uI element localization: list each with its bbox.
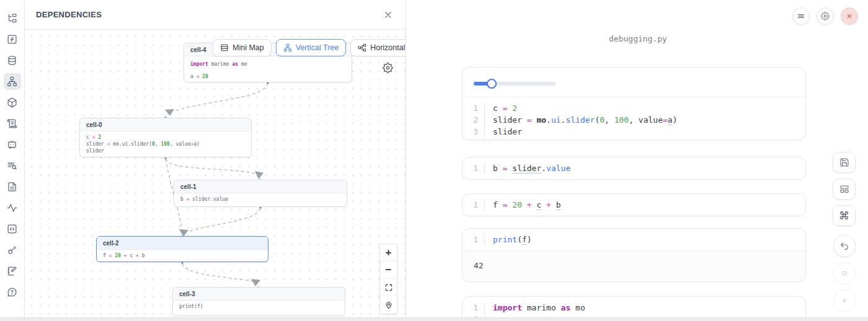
horizontal-tree-icon: [358, 43, 366, 52]
database-icon: [7, 55, 17, 66]
rail-item-package[interactable]: [4, 94, 21, 111]
graph-view-toggle: Mini Map Vertical Tree Horizontal Tree: [213, 39, 405, 56]
line-number: 1: [463, 234, 485, 245]
vertical-tree-button[interactable]: Vertical Tree: [276, 39, 346, 56]
gear-icon: [821, 12, 830, 20]
text-search-icon: [7, 160, 17, 171]
function-square-icon: [7, 34, 17, 45]
slider-handle[interactable]: [487, 79, 497, 89]
graph-node-code: import marimo as moa = 20: [184, 56, 352, 82]
dependency-graph-icon: [7, 76, 17, 87]
graph-node-title: cell-3: [173, 288, 345, 301]
graph-node-title: cell-2: [97, 237, 268, 250]
rail-item-key[interactable]: [4, 242, 21, 258]
close-panel-button[interactable]: [382, 9, 394, 21]
help-circle-icon: [7, 287, 17, 297]
side-actions: ⌘: [833, 152, 856, 317]
run-button[interactable]: [833, 289, 856, 312]
file-tree-icon: [7, 13, 17, 24]
topbar-actions: [792, 7, 858, 25]
graph-node-cell-1[interactable]: cell-1b = slider.value: [174, 180, 347, 207]
code-line: 1print(f): [463, 234, 805, 245]
code-editor[interactable]: 1c = 22slider = mo.ui.slider(0, 100, val…: [463, 97, 805, 140]
view-button-label: Vertical Tree: [296, 43, 339, 52]
save-icon: [839, 157, 849, 167]
bottom-strip: [0, 317, 868, 321]
graph-node-code: print(f): [173, 301, 345, 312]
layout-icon: [839, 184, 849, 194]
menu-icon: [797, 12, 805, 20]
dependencies-header: DEPENDENCIES: [25, 0, 405, 30]
activity-icon: [7, 203, 17, 213]
chat-bot-icon: [7, 139, 17, 150]
rail-item-document[interactable]: [4, 178, 21, 195]
code-editor[interactable]: 1b = slider.value: [463, 157, 805, 179]
graph-zoom-controls: + −: [379, 244, 397, 314]
line-number: 2: [463, 114, 485, 126]
stop-button[interactable]: [833, 262, 856, 284]
save-button[interactable]: [833, 152, 856, 173]
code-editor[interactable]: 1f = 20 + c + b: [463, 194, 805, 216]
graph-node-title: cell-0: [80, 118, 251, 131]
rail-item-file-tree[interactable]: [4, 10, 21, 27]
horizontal-tree-button[interactable]: Horizontal Tree: [350, 39, 405, 56]
close-icon: [845, 12, 854, 20]
notebook-cell[interactable]: 1b = slider.value: [462, 157, 806, 180]
fit-view-button[interactable]: [380, 279, 397, 296]
notebook-cell[interactable]: 1f = 20 + c + b: [462, 193, 806, 216]
notebook-pen-icon: [7, 266, 17, 276]
slider-widget[interactable]: [463, 68, 805, 97]
graph-settings-button[interactable]: [382, 63, 393, 74]
rail-item-dependency-graph[interactable]: [4, 73, 21, 90]
undo-icon: [839, 241, 849, 251]
zoom-out-button[interactable]: −: [380, 262, 397, 279]
code-line: 3slider: [463, 126, 805, 138]
layout-button[interactable]: [833, 178, 856, 200]
code-line: 1c = 2: [463, 102, 805, 114]
key-icon: [7, 245, 17, 255]
minus-icon: −: [386, 265, 392, 275]
package-icon: [7, 97, 17, 108]
zoom-in-button[interactable]: +: [380, 244, 397, 262]
graph-node-title: cell-1: [174, 180, 347, 193]
vertical-tree-icon: [283, 43, 292, 52]
keyboard-shortcuts-button[interactable]: ⌘: [833, 205, 856, 226]
dependencies-title: DEPENDENCIES: [36, 10, 102, 19]
rail-item-notebook-pen[interactable]: [4, 263, 21, 279]
left-icon-rail: [0, 0, 25, 321]
rail-item-code-square[interactable]: [4, 221, 21, 237]
rail-item-activity[interactable]: [4, 200, 21, 216]
code-line: 1import marimo as mo: [463, 302, 805, 314]
view-button-label: Mini Map: [232, 43, 264, 52]
rail-item-chat-bot[interactable]: [4, 136, 21, 153]
notebook-cell[interactable]: 1print(f)42: [462, 228, 806, 282]
graph-node-cell-0[interactable]: cell-0c = 2slider = mo.ui.slider(0, 100,…: [79, 118, 252, 157]
close-icon: [384, 11, 392, 19]
locate-node-button[interactable]: [380, 296, 397, 314]
stop-icon: [839, 268, 849, 278]
code-line: 1f = 20 + c + b: [463, 199, 805, 211]
menu-button[interactable]: [792, 7, 810, 25]
shutdown-button[interactable]: [841, 7, 858, 25]
marimo-app: DEPENDENCIES: [0, 0, 868, 321]
graph-node-cell-3[interactable]: cell-3print(f): [172, 287, 345, 316]
mini-map-button[interactable]: Mini Map: [213, 39, 272, 56]
graph-node-code: c = 2slider = mo.ui.slider(0, 100, value…: [80, 131, 251, 157]
graph-node-code: f = 20 + c + b: [97, 250, 268, 262]
undo-button[interactable]: [833, 235, 856, 257]
code-editor[interactable]: 1print(f): [463, 229, 805, 250]
rail-item-function-square[interactable]: [4, 31, 21, 48]
line-number: 1: [463, 102, 485, 114]
plus-icon: +: [386, 247, 392, 258]
dependency-graph-canvas[interactable]: Mini Map Vertical Tree Horizontal Tree +…: [25, 30, 405, 317]
notebook-filename: debugging.py: [406, 34, 868, 43]
rail-item-help-circle[interactable]: [4, 284, 21, 301]
rail-item-database[interactable]: [4, 52, 21, 69]
graph-node-cell-2[interactable]: cell-2f = 20 + c + b: [96, 236, 268, 262]
rail-item-text-search[interactable]: [4, 157, 21, 174]
settings-button[interactable]: [817, 7, 834, 25]
notebook-cell[interactable]: 1c = 22slider = mo.ui.slider(0, 100, val…: [462, 67, 806, 140]
rail-item-scroll-text[interactable]: [4, 115, 21, 132]
document-icon: [7, 182, 17, 192]
slider-track[interactable]: [474, 82, 556, 86]
